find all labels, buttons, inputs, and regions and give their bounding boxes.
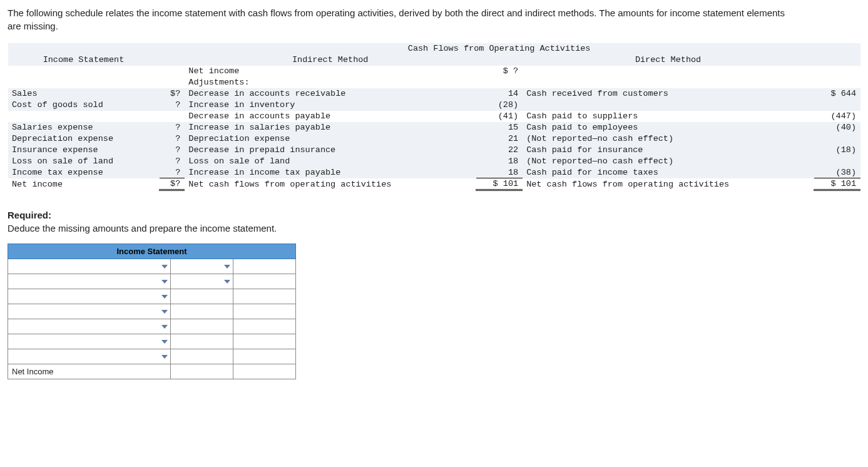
answer-row-1-val2[interactable] — [233, 259, 296, 274]
answer-row-2-label[interactable] — [8, 274, 171, 289]
sales-label: Sales — [8, 88, 160, 100]
direct-cash-cust-value: $ 644 — [814, 88, 860, 100]
direct-cash-cust-label: Cash received from customers — [523, 88, 814, 100]
required-section: Required: Deduce the missing amounts and… — [8, 208, 860, 235]
indirect-net-cash-label: Net cash flows from operating activities — [185, 178, 476, 190]
answer-row-1-val1[interactable] — [171, 259, 233, 274]
answer-row-3-val1[interactable] — [171, 289, 233, 304]
answer-row-1-label[interactable] — [8, 259, 171, 274]
indirect-adjustments-label: Adjustments: — [185, 77, 476, 88]
direct-net-cash-label: Net cash flows from operating activities — [523, 178, 814, 190]
direct-net-cash-value: $ 101 — [814, 178, 860, 190]
net-income-label: Net income — [8, 178, 160, 190]
answer-row-4-val2[interactable] — [233, 304, 296, 319]
direct-cash-supp-value: (447) — [814, 111, 860, 122]
indirect-inc-tax-pay-value: 18 — [476, 167, 523, 178]
indirect-dec-ap-value: (41) — [476, 111, 523, 122]
direct-cash-tax-label: Cash paid for income taxes — [523, 167, 814, 178]
problem-intro: The following schedule relates the incom… — [8, 6, 790, 33]
indirect-dec-ap-label: Decrease in accounts payable — [185, 111, 476, 122]
direct-cash-ins-label: Cash paid for insurance — [523, 145, 814, 156]
depr-label: Depreciation expense — [8, 133, 160, 145]
answer-row-6-val2[interactable] — [233, 334, 296, 349]
answer-row-5-val1[interactable] — [171, 319, 233, 334]
direct-cash-emp-value: (40) — [814, 122, 860, 133]
tax-value: ? — [159, 167, 184, 178]
indirect-dec-ar-value: 14 — [476, 88, 523, 100]
answer-row-2-val2[interactable] — [233, 274, 296, 289]
depr-value: ? — [159, 133, 184, 145]
salaries-value: ? — [159, 122, 184, 133]
answer-row-7-val1[interactable] — [171, 349, 233, 364]
indirect-inc-tax-pay-label: Increase in income tax payable — [185, 167, 476, 178]
answer-net-income-val1[interactable] — [171, 364, 233, 379]
indirect-dec-ar-label: Decrease in accounts receivable — [185, 88, 476, 100]
indirect-inc-sal-pay-label: Increase in salaries payable — [185, 122, 476, 133]
indirect-dec-prepaid-label: Decrease in prepaid insurance — [185, 145, 476, 156]
answer-table-header: Income Statement — [8, 244, 296, 259]
ins-label: Insurance expense — [8, 145, 160, 156]
answer-row-6-val1[interactable] — [171, 334, 233, 349]
answer-row-4-val1[interactable] — [171, 304, 233, 319]
indirect-depr-value: 21 — [476, 133, 523, 145]
indirect-inc-inv-value: (28) — [476, 100, 523, 111]
income-statement-header: Income Statement — [8, 54, 160, 66]
required-label: Required: — [8, 210, 51, 220]
answer-net-income-label: Net Income — [8, 364, 171, 379]
indirect-depr-label: Depreciation expense — [185, 133, 476, 145]
answer-row-4-label[interactable] — [8, 304, 171, 319]
indirect-dec-prepaid-value: 22 — [476, 145, 523, 156]
answer-row-6-label[interactable] — [8, 334, 171, 349]
answer-row-5-val2[interactable] — [233, 319, 296, 334]
cash-flows-header: Cash Flows from Operating Activities — [185, 43, 814, 54]
income-statement-answer-table: Income Statement Net Income — [8, 244, 296, 379]
indirect-inc-inv-label: Increase in inventory — [185, 100, 476, 111]
direct-cash-supp-label: Cash paid to suppliers — [523, 111, 814, 122]
answer-row-3-label[interactable] — [8, 289, 171, 304]
indirect-net-cash-value: $ 101 — [476, 178, 523, 190]
cogs-value: ? — [159, 100, 184, 111]
answer-row-7-label[interactable] — [8, 349, 171, 364]
net-income-value: $? — [159, 178, 184, 190]
answer-row-3-val2[interactable] — [233, 289, 296, 304]
schedule-table: Cash Flows from Operating Activities Inc… — [8, 43, 860, 191]
indirect-net-income-value: $ ? — [476, 66, 523, 77]
required-text: Deduce the missing amounts and prepare t… — [8, 223, 277, 234]
indirect-loss-value: 18 — [476, 156, 523, 167]
loss-label: Loss on sale of land — [8, 156, 160, 167]
answer-row-7-val2[interactable] — [233, 349, 296, 364]
direct-cash-emp-label: Cash paid to employees — [523, 122, 814, 133]
direct-no-report1-label: (Not reported—no cash effect) — [523, 133, 814, 145]
direct-cash-tax-value: (38) — [814, 167, 860, 178]
answer-row-5-label[interactable] — [8, 319, 171, 334]
indirect-net-income-label: Net income — [185, 66, 476, 77]
salaries-label: Salaries expense — [8, 122, 160, 133]
loss-value: ? — [159, 156, 184, 167]
answer-net-income-val2[interactable] — [233, 364, 296, 379]
direct-no-report2-label: (Not reported—no cash effect) — [523, 156, 814, 167]
sales-value: $? — [159, 88, 184, 100]
indirect-loss-label: Loss on sale of land — [185, 156, 476, 167]
direct-cash-ins-value: (18) — [814, 145, 860, 156]
indirect-inc-sal-pay-value: 15 — [476, 122, 523, 133]
direct-header: Direct Method — [523, 54, 814, 66]
answer-row-2-val1[interactable] — [171, 274, 233, 289]
ins-value: ? — [159, 145, 184, 156]
indirect-header: Indirect Method — [185, 54, 476, 66]
cogs-label: Cost of goods sold — [8, 100, 160, 111]
tax-label: Income tax expense — [8, 167, 160, 178]
